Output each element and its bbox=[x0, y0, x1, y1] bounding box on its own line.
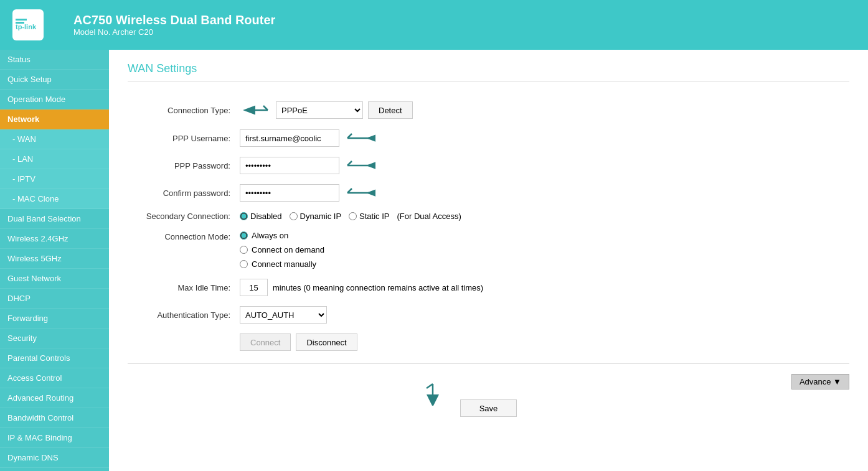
sidebar-item-forwarding[interactable]: Forwarding bbox=[0, 309, 109, 329]
wan-form: Connection Type: PPPoE D bbox=[128, 88, 849, 429]
connection-type-label: Connection Type: bbox=[128, 106, 240, 115]
secondary-dual-access-note: (For Dual Access) bbox=[397, 212, 461, 221]
detect-button[interactable]: Detect bbox=[368, 101, 413, 119]
sidebar-item-network[interactable]: Network bbox=[0, 110, 109, 129]
sidebar-item-iptv[interactable]: - IPTV bbox=[0, 169, 109, 189]
connection-type-control: PPPoE Dynamic IP Static IP L2TP PPTP Det… bbox=[240, 101, 413, 119]
sidebar-item-dynamic-dns[interactable]: Dynamic DNS bbox=[0, 448, 109, 468]
sidebar-item-bandwidth-control[interactable]: Bandwidth Control bbox=[0, 408, 109, 428]
secondary-connection-row: Secondary Connection: Disabled Dynamic I… bbox=[128, 212, 849, 221]
advance-button[interactable]: Advance ▼ bbox=[791, 374, 849, 389]
connect-buttons-row: Connect Disconnect bbox=[128, 333, 849, 351]
arrow-connection-type bbox=[240, 101, 271, 119]
confirm-password-label: Confirm password: bbox=[128, 189, 240, 198]
connect-control: Connect Disconnect bbox=[240, 333, 357, 351]
sidebar-item-operation-mode[interactable]: Operation Mode bbox=[0, 90, 109, 110]
save-button[interactable]: Save bbox=[460, 399, 517, 417]
sidebar-item-wireless-5[interactable]: Wireless 5GHz bbox=[0, 249, 109, 269]
ppp-password-label: PPP Password: bbox=[128, 161, 240, 170]
confirm-password-row: Confirm password: bbox=[128, 184, 849, 202]
model-number: Model No. Archer C20 bbox=[73, 27, 275, 37]
max-idle-desc: minutes (0 meaning connection remains ac… bbox=[273, 283, 483, 292]
sidebar-item-wan[interactable]: - WAN bbox=[0, 129, 109, 149]
confirm-password-control bbox=[240, 184, 375, 202]
max-idle-control: minutes (0 meaning connection remains ac… bbox=[240, 279, 483, 296]
secondary-connection-control: Disabled Dynamic IP Static IP (For Dual … bbox=[240, 212, 461, 221]
sidebar-item-ip-mac-binding[interactable]: IP & MAC Binding bbox=[0, 428, 109, 448]
logo: tp-link bbox=[12, 9, 49, 40]
sidebar-item-access-control[interactable]: Access Control bbox=[0, 368, 109, 388]
auth-type-select[interactable]: AUTO_AUTH PAP CHAP MS-CHAP MS-CHAPv2 bbox=[240, 306, 327, 324]
svg-rect-2 bbox=[16, 19, 27, 21]
secondary-disabled-label: Disabled bbox=[250, 212, 282, 221]
confirm-password-input[interactable] bbox=[240, 184, 339, 202]
svg-rect-3 bbox=[16, 22, 24, 24]
sidebar-item-dhcp[interactable]: DHCP bbox=[0, 289, 109, 309]
secondary-static-option[interactable]: Static IP bbox=[349, 212, 389, 221]
tp-link-logo: tp-link bbox=[12, 9, 44, 40]
ppp-password-control bbox=[240, 157, 375, 174]
connection-type-select[interactable]: PPPoE Dynamic IP Static IP L2TP PPTP bbox=[276, 101, 363, 119]
sidebar-item-dual-band[interactable]: Dual Band Selection bbox=[0, 209, 109, 229]
connection-mode-label: Connection Mode: bbox=[128, 231, 240, 241]
connection-type-row: Connection Type: PPPoE D bbox=[128, 101, 849, 119]
mode-connect-manually-label: Connect manually bbox=[252, 259, 316, 269]
sidebar-item-ipv6[interactable]: IPv6 bbox=[0, 468, 109, 471]
max-idle-input[interactable] bbox=[240, 279, 268, 296]
secondary-static-label: Static IP bbox=[359, 212, 389, 221]
connection-mode-row: Connection Mode: Always on Connect on de… bbox=[128, 231, 849, 269]
arrow-save-container bbox=[414, 381, 451, 408]
mode-connect-demand-radio[interactable] bbox=[240, 246, 248, 254]
header: tp-link AC750 Wireless Dual Band Router … bbox=[0, 0, 868, 50]
bottom-bar: Advance ▼ bbox=[128, 363, 849, 389]
ppp-username-label: PPP Username: bbox=[128, 134, 240, 143]
sidebar-item-wireless-24[interactable]: Wireless 2.4GHz bbox=[0, 229, 109, 249]
mode-always-on-label: Always on bbox=[252, 231, 288, 240]
arrow-password bbox=[344, 157, 375, 174]
secondary-dynamic-radio[interactable] bbox=[290, 212, 298, 220]
mode-connect-manually-radio[interactable] bbox=[240, 260, 248, 268]
arrow-confirm bbox=[344, 184, 375, 202]
save-section: Save bbox=[128, 399, 849, 417]
ppp-password-input[interactable] bbox=[240, 157, 339, 174]
sidebar-item-parental-controls[interactable]: Parental Controls bbox=[0, 348, 109, 368]
mode-connect-manually-option[interactable]: Connect manually bbox=[240, 259, 324, 269]
page-title: WAN Settings bbox=[128, 62, 849, 82]
connect-button[interactable]: Connect bbox=[240, 333, 291, 351]
main-content: WAN Settings Connection Type: bbox=[109, 50, 868, 471]
secondary-dynamic-option[interactable]: Dynamic IP bbox=[290, 212, 341, 221]
sidebar-item-guest-network[interactable]: Guest Network bbox=[0, 269, 109, 289]
auth-type-control: AUTO_AUTH PAP CHAP MS-CHAP MS-CHAPv2 bbox=[240, 306, 327, 324]
arrow-save bbox=[414, 381, 451, 406]
mode-always-on-option[interactable]: Always on bbox=[240, 231, 324, 240]
mode-connect-demand-label: Connect on demand bbox=[252, 245, 324, 254]
secondary-connection-label: Secondary Connection: bbox=[128, 212, 240, 221]
sidebar: Status Quick Setup Operation Mode Networ… bbox=[0, 50, 109, 471]
arrow-username bbox=[344, 129, 375, 147]
ppp-username-control bbox=[240, 129, 375, 147]
secondary-static-radio[interactable] bbox=[349, 212, 357, 220]
secondary-dynamic-label: Dynamic IP bbox=[300, 212, 341, 221]
mode-always-on-radio[interactable] bbox=[240, 231, 248, 240]
secondary-disabled-option[interactable]: Disabled bbox=[240, 212, 282, 221]
connection-mode-control: Always on Connect on demand Connect manu… bbox=[240, 231, 324, 269]
sidebar-item-security[interactable]: Security bbox=[0, 329, 109, 348]
max-idle-label: Max Idle Time: bbox=[128, 283, 240, 292]
sidebar-item-mac-clone[interactable]: - MAC Clone bbox=[0, 189, 109, 209]
header-title: AC750 Wireless Dual Band Router Model No… bbox=[73, 13, 275, 37]
max-idle-row: Max Idle Time: minutes (0 meaning connec… bbox=[128, 279, 849, 296]
disconnect-button[interactable]: Disconnect bbox=[296, 333, 357, 351]
ppp-username-input[interactable] bbox=[240, 129, 339, 147]
secondary-disabled-radio[interactable] bbox=[240, 212, 248, 220]
sidebar-item-lan[interactable]: - LAN bbox=[0, 149, 109, 169]
ppp-username-row: PPP Username: bbox=[128, 129, 849, 147]
auth-type-row: Authentication Type: AUTO_AUTH PAP CHAP … bbox=[128, 306, 849, 324]
svg-text:tp-link: tp-link bbox=[16, 23, 37, 30]
sidebar-item-status[interactable]: Status bbox=[0, 50, 109, 70]
mode-connect-demand-option[interactable]: Connect on demand bbox=[240, 245, 324, 254]
sidebar-item-quick-setup[interactable]: Quick Setup bbox=[0, 70, 109, 90]
ppp-password-row: PPP Password: bbox=[128, 157, 849, 174]
sidebar-item-advanced-routing[interactable]: Advanced Routing bbox=[0, 388, 109, 408]
auth-type-label: Authentication Type: bbox=[128, 310, 240, 320]
product-name: AC750 Wireless Dual Band Router bbox=[73, 13, 275, 27]
